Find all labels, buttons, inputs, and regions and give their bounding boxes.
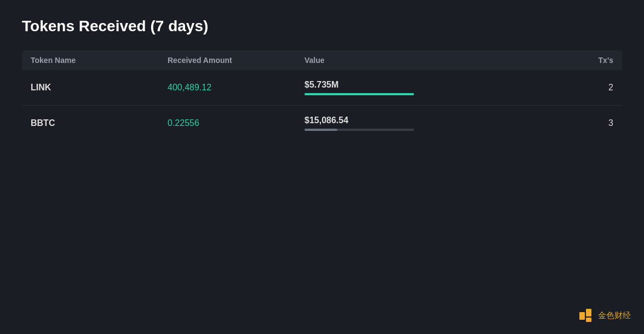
token-name-bbtc: BBTC <box>31 118 168 128</box>
svg-rect-2 <box>586 318 591 322</box>
header-value: Value <box>304 56 570 65</box>
watermark-text: 金色财经 <box>598 310 631 321</box>
svg-rect-0 <box>579 312 585 320</box>
received-amount-bbtc: 0.22556 <box>168 118 304 128</box>
progress-bar-bg-link <box>304 93 414 95</box>
main-container: Tokens Received (7 days) Token Name Rece… <box>0 0 644 334</box>
header-received-amount: Received Amount <box>168 56 304 65</box>
header-token-name: Token Name <box>31 56 168 65</box>
progress-bar-bg-bbtc <box>304 129 414 131</box>
received-amount-link: 400,489.12 <box>168 83 304 93</box>
svg-rect-1 <box>586 309 591 316</box>
tx-count-bbtc: 3 <box>570 118 613 128</box>
value-cell-bbtc: $15,086.54 <box>304 116 570 131</box>
progress-bar-fill-bbtc <box>304 129 337 131</box>
value-cell-link: $5.735M <box>304 80 570 95</box>
progress-bar-fill-link <box>304 93 414 95</box>
table-row: LINK 400,489.12 $5.735M 2 <box>22 70 622 106</box>
header-txs: Tx's <box>570 56 613 65</box>
watermark: 金色财经 <box>578 308 631 323</box>
watermark-icon <box>578 308 594 323</box>
page-title: Tokens Received (7 days) <box>22 18 622 35</box>
table-row: BBTC 0.22556 $15,086.54 3 <box>22 106 622 141</box>
tx-count-link: 2 <box>570 83 613 93</box>
tokens-table: Token Name Received Amount Value Tx's LI… <box>22 50 622 141</box>
table-header: Token Name Received Amount Value Tx's <box>22 50 622 70</box>
token-name-link: LINK <box>31 83 168 93</box>
value-text-link: $5.735M <box>304 80 570 90</box>
value-text-bbtc: $15,086.54 <box>304 116 570 125</box>
